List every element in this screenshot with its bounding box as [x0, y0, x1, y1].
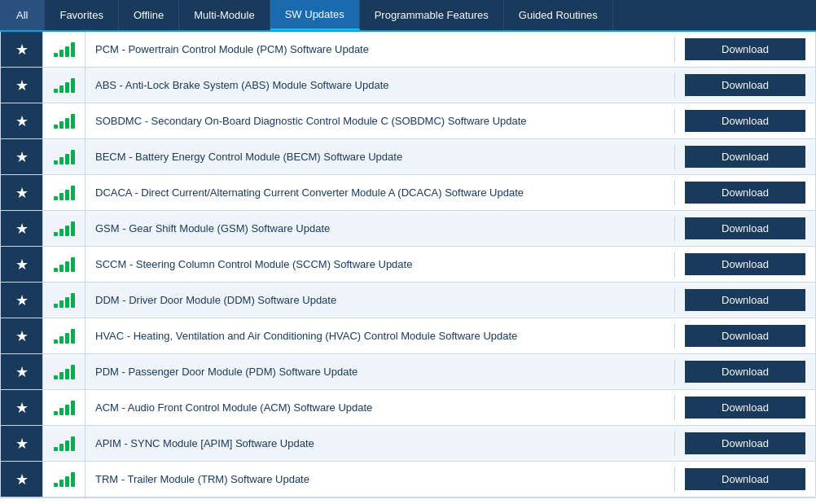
table-row: ★TRM - Trailer Module (TRM) Software Upd…	[1, 462, 815, 497]
row-label: HVAC - Heating, Ventilation and Air Cond…	[86, 323, 675, 348]
download-button[interactable]: Download	[685, 468, 805, 490]
signal-bars-icon	[54, 78, 75, 93]
signal-cell	[43, 426, 86, 461]
table-row: ★BECM - Battery Energy Control Module (B…	[1, 139, 815, 175]
signal-cell	[43, 283, 86, 318]
favorite-star-icon[interactable]: ★	[15, 293, 29, 308]
download-button[interactable]: Download	[685, 289, 805, 311]
download-cell: Download	[675, 139, 815, 174]
star-cell: ★	[1, 139, 43, 174]
favorite-star-icon[interactable]: ★	[15, 42, 29, 57]
row-label: SOBDMC - Secondary On-Board Diagnostic C…	[86, 108, 675, 134]
table-row: ★ACM - Audio Front Control Module (ACM) …	[1, 390, 815, 426]
download-button[interactable]: Download	[685, 361, 805, 383]
signal-cell	[43, 247, 86, 282]
signal-bars-icon	[54, 436, 75, 451]
download-button[interactable]: Download	[685, 325, 805, 347]
table-row: ★PDM - Passenger Door Module (PDM) Softw…	[1, 354, 815, 390]
star-cell: ★	[1, 283, 43, 318]
table-row: ★APIM - SYNC Module [APIM] Software Upda…	[1, 426, 815, 462]
download-button[interactable]: Download	[685, 217, 805, 239]
tab-favorites[interactable]: Favorites	[45, 0, 118, 30]
tab-offline[interactable]: Offline	[119, 0, 179, 30]
star-cell: ★	[1, 175, 43, 210]
tab-sw-updates[interactable]: SW Updates	[270, 0, 360, 30]
download-button[interactable]: Download	[685, 74, 805, 96]
signal-bars-icon	[54, 365, 75, 379]
download-cell: Download	[675, 32, 815, 67]
star-cell: ★	[1, 103, 43, 138]
star-cell: ★	[1, 462, 43, 497]
signal-cell	[43, 354, 86, 389]
download-cell: Download	[675, 390, 815, 425]
tab-guided-routines[interactable]: Guided Routines	[504, 0, 613, 30]
signal-bars-icon	[54, 329, 75, 344]
row-label: ABS - Anti-Lock Brake System (ABS) Modul…	[86, 72, 675, 98]
tab-all[interactable]: All	[0, 0, 45, 30]
favorite-star-icon[interactable]: ★	[15, 436, 29, 451]
download-cell: Download	[675, 462, 815, 497]
download-cell: Download	[675, 318, 815, 353]
favorite-star-icon[interactable]: ★	[15, 401, 29, 415]
row-label: PDM - Passenger Door Module (PDM) Softwa…	[86, 359, 675, 384]
table-row: ★SOBDMC - Secondary On-Board Diagnostic …	[1, 103, 815, 139]
favorite-star-icon[interactable]: ★	[15, 329, 29, 344]
favorite-star-icon[interactable]: ★	[15, 472, 29, 487]
favorite-star-icon[interactable]: ★	[15, 221, 29, 236]
row-label: PCM - Powertrain Control Module (PCM) So…	[86, 37, 675, 62]
row-label: TRM - Trailer Module (TRM) Software Upda…	[86, 467, 675, 492]
signal-cell	[43, 390, 86, 425]
table-row: ★HVAC - Heating, Ventilation and Air Con…	[1, 318, 815, 354]
favorite-star-icon[interactable]: ★	[15, 114, 29, 129]
tab-programmable-features[interactable]: Programmable Features	[360, 0, 504, 30]
star-cell: ★	[1, 354, 43, 389]
download-cell: Download	[675, 68, 815, 103]
signal-bars-icon	[54, 472, 75, 487]
signal-cell	[43, 462, 86, 497]
star-cell: ★	[1, 318, 43, 353]
download-cell: Download	[675, 247, 815, 282]
star-cell: ★	[1, 68, 43, 103]
table-row: ★PCM - Powertrain Control Module (PCM) S…	[1, 32, 815, 68]
table-row: ★GSM - Gear Shift Module (GSM) Software …	[1, 211, 815, 247]
favorite-star-icon[interactable]: ★	[15, 365, 29, 379]
favorite-star-icon[interactable]: ★	[15, 150, 29, 164]
content-area: ★PCM - Powertrain Control Module (PCM) S…	[0, 32, 816, 498]
favorite-star-icon[interactable]: ★	[15, 186, 29, 200]
table-row: ★DDM - Driver Door Module (DDM) Software…	[1, 283, 815, 318]
row-label: GSM - Gear Shift Module (GSM) Software U…	[86, 216, 675, 241]
table-row: ★ABS - Anti-Lock Brake System (ABS) Modu…	[1, 68, 815, 103]
star-cell: ★	[1, 390, 43, 425]
row-label: DDM - Driver Door Module (DDM) Software …	[86, 287, 675, 313]
star-cell: ★	[1, 247, 43, 282]
download-button[interactable]: Download	[685, 253, 805, 275]
signal-bars-icon	[54, 257, 75, 272]
star-cell: ★	[1, 32, 43, 67]
download-button[interactable]: Download	[685, 38, 805, 60]
download-cell: Download	[675, 211, 815, 246]
signal-cell	[43, 318, 86, 353]
favorite-star-icon[interactable]: ★	[15, 78, 29, 93]
download-button[interactable]: Download	[685, 110, 805, 132]
download-button[interactable]: Download	[685, 146, 805, 168]
favorite-star-icon[interactable]: ★	[15, 257, 29, 272]
row-label: DCACA - Direct Current/Alternating Curre…	[86, 180, 675, 205]
download-cell: Download	[675, 283, 815, 318]
download-button[interactable]: Download	[685, 182, 805, 204]
signal-cell	[43, 32, 86, 67]
row-label: SCCM - Steering Column Control Module (S…	[86, 252, 675, 277]
row-label: BECM - Battery Energy Control Module (BE…	[86, 144, 675, 169]
signal-bars-icon	[54, 150, 75, 164]
row-label: APIM - SYNC Module [APIM] Software Updat…	[86, 431, 675, 456]
signal-cell	[43, 211, 86, 246]
signal-bars-icon	[54, 186, 75, 200]
table-row: ★DCACA - Direct Current/Alternating Curr…	[1, 175, 815, 211]
row-label: ACM - Audio Front Control Module (ACM) S…	[86, 395, 675, 420]
tab-multi-module[interactable]: Multi-Module	[179, 0, 270, 30]
star-cell: ★	[1, 426, 43, 461]
rows-container: ★PCM - Powertrain Control Module (PCM) S…	[1, 32, 815, 497]
download-button[interactable]: Download	[685, 432, 805, 454]
download-button[interactable]: Download	[685, 397, 805, 419]
signal-bars-icon	[54, 221, 75, 236]
signal-cell	[43, 139, 86, 174]
